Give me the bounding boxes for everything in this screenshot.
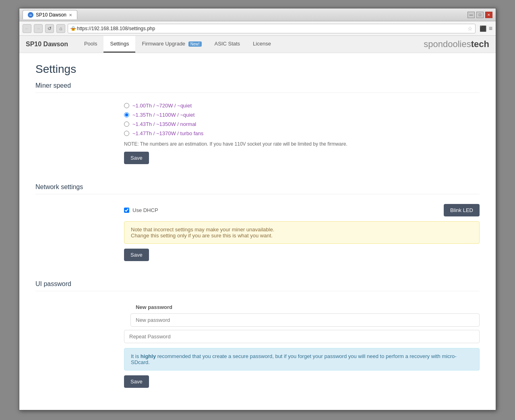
speed-label-4: ~1.47Th / ~1370W / turbo fans <box>132 130 203 136</box>
nav-firmware-label: Firmware Upgrade <box>142 41 185 47</box>
nav-firmware-badge: New! <box>188 41 202 47</box>
address-bar: ← → ↺ ⌂ 🔒 https://192.168.188.108/settin… <box>19 21 496 36</box>
speed-radio-1[interactable] <box>124 103 129 108</box>
speed-option-3[interactable]: ~1.43Th / ~1350W / normal <box>124 121 480 127</box>
password-info-text: recommended that you create a secure pas… <box>131 353 457 365</box>
home-btn[interactable]: ⌂ <box>56 24 65 33</box>
ui-password-body: New password It is highly recommended th… <box>35 294 480 394</box>
speed-label-2: ~1.35Th / ~1100W / ~quiet <box>132 112 194 118</box>
warning-line-2: Change this setting only if you are sure… <box>131 233 473 239</box>
new-password-label: New password <box>124 301 172 310</box>
speed-radio-group: ~1.00Th / ~720W / ~quiet ~1.35Th / ~1100… <box>124 103 480 136</box>
speed-option-1[interactable]: ~1.00Th / ~720W / ~quiet <box>124 103 480 109</box>
warning-line-1: Note that incorrect settings may make yo… <box>131 226 473 233</box>
site-nav: SP10 Dawson Pools Settings Firmware Upgr… <box>19 36 496 53</box>
refresh-btn[interactable]: ↺ <box>45 24 54 33</box>
blink-led-button[interactable]: Blink LED <box>444 204 480 216</box>
miner-speed-body: ~1.00Th / ~720W / ~quiet ~1.35Th / ~1100… <box>35 96 480 171</box>
nav-item-settings[interactable]: Settings <box>103 36 135 53</box>
page-content: SP10 Dawson Pools Settings Firmware Upgr… <box>19 36 496 410</box>
speed-radio-2[interactable] <box>124 112 129 117</box>
password-info-box: It is highly recommended that you create… <box>124 348 480 371</box>
dhcp-label-text: Use DHCP <box>132 207 158 213</box>
new-password-input[interactable] <box>130 313 480 327</box>
maximize-btn[interactable]: □ <box>476 12 484 18</box>
browser-window: ∞ SP10 Dawson ✕ — □ ✕ ← → ↺ ⌂ 🔒 https://… <box>19 8 496 410</box>
miner-speed-section: Miner speed ~1.00Th / ~720W / ~quiet <box>35 82 480 171</box>
security-icon: 🔒 <box>70 26 76 31</box>
nav-item-asic[interactable]: ASIC Stats <box>208 36 247 53</box>
speed-label-1: ~1.00Th / ~720W / ~quiet <box>132 103 192 109</box>
network-save-button[interactable]: Save <box>124 249 149 261</box>
password-info-bold: highly <box>141 353 156 359</box>
minimize-btn[interactable]: — <box>467 12 475 18</box>
miner-speed-title: Miner speed <box>35 82 480 93</box>
bookmark-star-icon[interactable]: ☆ <box>467 25 473 32</box>
main-content: Settings Miner speed ~1.00Th / ~720W / ~… <box>19 53 496 410</box>
speed-radio-3[interactable] <box>124 121 129 127</box>
repeat-password-row <box>124 330 480 343</box>
speed-radio-4[interactable] <box>124 131 129 136</box>
network-warning-box: Note that incorrect settings may make yo… <box>124 221 480 244</box>
page-title: Settings <box>35 63 480 76</box>
url-display: https://192.168.188.108/settings.php <box>77 26 155 31</box>
logo-text-part1: spondoolies <box>424 39 471 49</box>
url-text: 🔒 https://192.168.188.108/settings.php <box>70 26 155 31</box>
speed-option-4[interactable]: ~1.47Th / ~1370W / turbo fans <box>124 130 480 136</box>
tab-close-btn[interactable]: ✕ <box>69 13 72 17</box>
ui-password-title: UI password <box>35 280 480 291</box>
speed-note: NOTE: The numbers are an estimation. If … <box>124 141 480 147</box>
new-password-row <box>124 313 480 327</box>
close-btn[interactable]: ✕ <box>485 12 492 18</box>
nav-item-pools[interactable]: Pools <box>78 36 104 53</box>
tab-title: SP10 Dawson <box>36 12 66 18</box>
network-settings-body: Use DHCP Blink LED Note that incorrect s… <box>35 198 480 268</box>
nav-item-license[interactable]: License <box>246 36 277 53</box>
nav-item-firmware[interactable]: Firmware Upgrade New! <box>135 36 208 53</box>
menu-icon[interactable]: ≡ <box>489 25 492 32</box>
logo-text-part2: tech <box>471 39 489 49</box>
network-settings-section: Network settings Use DHCP Blink LED Note… <box>35 183 480 268</box>
ui-password-section: UI password New password It is highly re… <box>35 280 480 394</box>
speed-option-2[interactable]: ~1.35Th / ~1100W / ~quiet <box>124 112 480 118</box>
network-settings-title: Network settings <box>35 183 480 194</box>
browser-tab[interactable]: ∞ SP10 Dawson ✕ <box>23 10 77 19</box>
url-bar[interactable]: 🔒 https://192.168.188.108/settings.php ☆ <box>68 24 476 33</box>
use-dhcp-checkbox[interactable] <box>124 208 129 213</box>
forward-btn[interactable]: → <box>34 24 43 33</box>
site-logo: spondooliestech <box>424 39 489 49</box>
tab-favicon: ∞ <box>28 12 33 18</box>
back-btn[interactable]: ← <box>23 24 31 33</box>
miner-speed-save-button[interactable]: Save <box>124 152 149 164</box>
title-bar: ∞ SP10 Dawson ✕ — □ ✕ <box>19 8 496 21</box>
speed-label-3: ~1.43Th / ~1350W / normal <box>132 121 196 127</box>
password-label-row: New password <box>124 301 480 310</box>
nav-items: Pools Settings Firmware Upgrade New! ASI… <box>78 36 277 53</box>
site-title: SP10 Dawson <box>26 41 68 48</box>
stop-icon: ⬛ <box>480 25 486 32</box>
dhcp-label[interactable]: Use DHCP <box>124 207 158 213</box>
window-controls: — □ ✕ <box>467 12 492 18</box>
dhcp-row: Use DHCP Blink LED <box>124 204 480 216</box>
password-save-button[interactable]: Save <box>124 375 149 388</box>
repeat-password-input[interactable] <box>124 330 480 343</box>
